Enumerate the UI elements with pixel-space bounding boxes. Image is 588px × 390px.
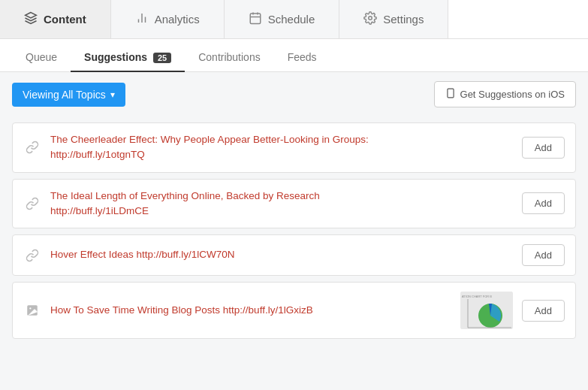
suggestion-text-3: Hover Effect Ideas http://buff.ly/1lCW70…: [50, 247, 513, 262]
image-icon-4: [23, 304, 41, 317]
tab-suggestions[interactable]: Suggestions 25: [71, 44, 185, 72]
add-button-2[interactable]: Add: [522, 192, 565, 214]
suggestion-card-3: Hover Effect Ideas http://buff.ly/1lCW70…: [12, 234, 576, 276]
nav-analytics[interactable]: Analytics: [111, 0, 225, 38]
suggestion-text-1: The Cheerleader Effect: Why People Appea…: [50, 132, 513, 163]
svg-rect-9: [447, 89, 453, 98]
svg-marker-0: [26, 12, 37, 18]
add-button-3[interactable]: Add: [522, 244, 565, 266]
tab-queue[interactable]: Queue: [12, 44, 71, 72]
suggestions-badge: 25: [153, 53, 171, 63]
link-icon-2: [23, 197, 41, 210]
link-icon-3: [23, 249, 41, 262]
svg-point-12: [29, 307, 31, 309]
add-button-4[interactable]: Add: [522, 300, 565, 322]
suggestion-card-2: The Ideal Length of Everything Online, B…: [12, 179, 576, 229]
tab-feeds[interactable]: Feeds: [274, 44, 330, 72]
svg-rect-4: [250, 14, 261, 24]
viewing-topics-button[interactable]: Viewing All Topics ▾: [12, 83, 125, 107]
svg-text:ATION CHART FOR B: ATION CHART FOR B: [462, 295, 492, 298]
nav-schedule-label: Schedule: [268, 13, 315, 26]
tab-contributions[interactable]: Contributions: [185, 44, 274, 72]
get-suggestions-ios-button[interactable]: Get Suggestions on iOS: [434, 81, 576, 107]
ios-button-label: Get Suggestions on iOS: [460, 89, 565, 100]
suggestion-card-1: The Cheerleader Effect: Why People Appea…: [12, 122, 576, 173]
nav-content[interactable]: Content: [0, 0, 111, 38]
suggestion-card-4: How To Save Time Writing Blog Posts http…: [12, 282, 576, 339]
nav-schedule[interactable]: Schedule: [225, 0, 340, 38]
mobile-icon: [445, 88, 456, 101]
calendar-icon: [249, 11, 262, 28]
suggestion-text-2: The Ideal Length of Everything Online, B…: [50, 189, 513, 219]
suggestion-thumbnail-4: ATION CHART FOR B: [460, 292, 513, 329]
link-icon-1: [23, 141, 41, 154]
add-button-1[interactable]: Add: [522, 137, 565, 159]
suggestion-text-4: How To Save Time Writing Blog Posts http…: [50, 303, 451, 318]
nav-analytics-label: Analytics: [155, 13, 200, 26]
gear-icon: [363, 11, 377, 28]
nav-settings-label: Settings: [383, 13, 424, 26]
bar-chart-icon: [135, 11, 149, 28]
sub-nav: Queue Suggestions 25 Contributions Feeds: [0, 39, 588, 72]
viewing-label: Viewing All Topics: [23, 89, 106, 101]
chevron-down-icon: ▾: [110, 89, 115, 100]
layers-icon: [24, 11, 38, 28]
nav-content-label: Content: [44, 13, 86, 26]
top-nav: Content Analytics Schedule Settings: [0, 0, 588, 39]
nav-settings[interactable]: Settings: [339, 0, 448, 38]
suggestions-list: The Cheerleader Effect: Why People Appea…: [0, 116, 588, 351]
svg-point-8: [369, 16, 372, 20]
toolbar: Viewing All Topics ▾ Get Suggestions on …: [0, 72, 588, 116]
